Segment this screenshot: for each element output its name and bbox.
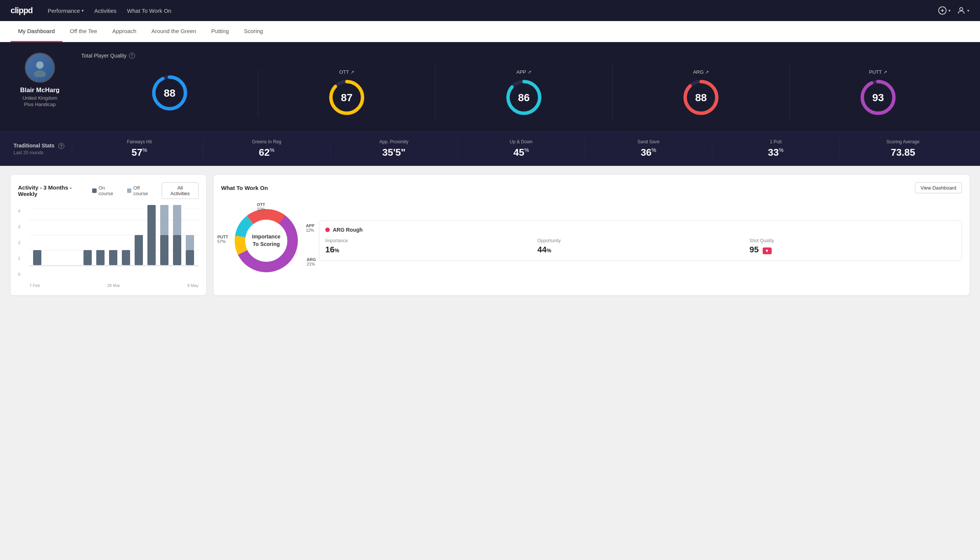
x-label-mar: 28 Mar [107, 283, 120, 288]
all-activities-button[interactable]: All Activities [162, 182, 198, 199]
help-icon[interactable]: ? [58, 143, 64, 149]
metric-opportunity: Opportunity 44% [537, 238, 744, 255]
circle-app: APP ↗ 86 [436, 65, 612, 121]
ott-label: OTT ↗ [339, 69, 354, 75]
bar-10-oncourse [147, 205, 156, 265]
stat-app-proximity: App. Proximity 35'5" [331, 139, 458, 158]
nav-what-to-work-on[interactable]: What To Work On [127, 8, 171, 14]
legend-on-course: On course [92, 185, 121, 196]
y-label-0: 0 [18, 272, 20, 277]
donut-wrap: Importance To Scoring OTT 10% APP 12% AR… [221, 199, 311, 282]
bar-1-oncourse [33, 250, 42, 265]
putt-label: PUTT ↗ [869, 69, 887, 75]
stat-up-down: Up & Down 45% [458, 139, 585, 158]
svg-point-5 [34, 70, 46, 77]
add-button[interactable]: ▾ [938, 6, 951, 15]
metric-importance: Importance 16% [325, 238, 531, 255]
tab-off-the-tee[interactable]: Off the Tee [62, 21, 105, 42]
tabs-bar: My Dashboard Off the Tee Approach Around… [0, 21, 980, 42]
nav-performance[interactable]: Performance ▾ [48, 8, 84, 14]
info-card-title: ARG Rough [325, 227, 955, 233]
help-icon[interactable]: ? [129, 53, 135, 59]
bar-7-oncourse [109, 250, 117, 265]
bar-9-oncourse [135, 235, 143, 265]
chevron-down-icon: ▾ [82, 8, 84, 13]
bar-6-oncourse [96, 250, 105, 265]
donut-label-arg: ARG 21% [307, 257, 316, 266]
ring-svg-putt: 93 [859, 78, 897, 116]
tab-putting[interactable]: Putting [204, 21, 236, 42]
svg-text:86: 86 [518, 92, 529, 103]
chevron-down-icon: ▾ [967, 8, 970, 13]
traditional-stats-label: Traditional Stats ? [13, 143, 64, 149]
nav-activities[interactable]: Activities [95, 8, 116, 14]
ring-svg-app: 86 [505, 78, 542, 116]
donut-label-putt: PUTT 57% [217, 235, 228, 244]
nav-right: ▾ ▾ [938, 6, 970, 15]
bar-11-oncourse [160, 235, 168, 265]
view-dashboard-button[interactable]: View Dashboard [915, 182, 962, 193]
player-name: Blair McHarg [20, 87, 60, 94]
total-quality-label: Total Player Quality ? [81, 53, 967, 59]
arg-label: ARG ↗ [693, 69, 709, 75]
circle-arg: ARG ↗ 88 [612, 65, 790, 121]
arrow-icon: ↗ [883, 70, 887, 75]
stat-greens-in-reg: Greens In Reg 62% [203, 139, 330, 158]
tab-scoring[interactable]: Scoring [236, 21, 271, 42]
legend-off-course: Off course [127, 185, 156, 196]
svg-text:88: 88 [695, 92, 707, 103]
y-label-4: 4 [18, 209, 20, 213]
ring-svg-arg: 88 [682, 78, 720, 116]
info-card: ARG Rough Importance 16% Opportunity 44% [319, 220, 962, 261]
what-to-work-on-card: What To Work On View Dashboard Importanc… [214, 175, 970, 295]
x-label-may: 9 May [187, 283, 198, 288]
ring-svg-ott: 87 [328, 78, 366, 116]
logo: clippd [10, 6, 33, 15]
what-card-header: What To Work On View Dashboard [221, 182, 962, 193]
svg-point-3 [960, 8, 963, 10]
avatar [25, 53, 55, 83]
stat-sand-save: Sand Save 36% [585, 139, 712, 158]
arrow-icon: ↗ [351, 70, 354, 75]
down-badge: ▼ [763, 247, 772, 254]
stat-scoring-average: Scoring Average 73.85 [840, 139, 967, 158]
bar-11-offcourse [160, 205, 168, 235]
circle-putt: PUTT ↗ 93 [790, 65, 967, 121]
bar-5-oncourse [83, 250, 92, 265]
chart-legend: On course Off course [92, 185, 156, 196]
on-course-dot [92, 188, 97, 193]
tab-my-dashboard[interactable]: My Dashboard [10, 21, 62, 42]
donut-svg: Importance To Scoring [229, 203, 304, 278]
what-card-title: What To Work On [221, 185, 268, 191]
arrow-icon: ↗ [705, 70, 709, 75]
donut-section: Importance To Scoring OTT 10% APP 12% AR… [221, 199, 962, 282]
user-menu-button[interactable]: ▾ [957, 6, 970, 15]
y-label-2: 2 [18, 240, 20, 245]
x-label-feb: 7 Feb [29, 283, 40, 288]
chart-svg [29, 205, 198, 280]
activity-card: Activity - 3 Months - Weekly On course O… [10, 175, 206, 295]
metrics-row: Importance 16% Opportunity 44% Shot Qual… [325, 238, 955, 255]
activity-card-title: Activity - 3 Months - Weekly [18, 184, 92, 197]
bottom-section: Activity - 3 Months - Weekly On course O… [0, 166, 980, 304]
red-indicator [325, 228, 330, 232]
svg-text:87: 87 [341, 92, 353, 103]
arrow-icon: ↗ [527, 70, 531, 75]
circle-total: 88 [81, 70, 258, 116]
stat-fairways-hit: Fairways Hit 57% [76, 139, 203, 158]
tab-approach[interactable]: Approach [105, 21, 144, 42]
scores-area: Total Player Quality ? 88 OTT ↗ [81, 53, 967, 121]
tab-around-the-green[interactable]: Around the Green [144, 21, 204, 42]
bar-12-oncourse [173, 235, 181, 265]
svg-text:To Scoring: To Scoring [253, 241, 280, 247]
last-rounds-label: Last 20 rounds [13, 150, 64, 155]
y-label-3: 3 [18, 225, 20, 229]
stats-row: Traditional Stats ? Last 20 rounds Fairw… [0, 131, 980, 166]
app-label: APP ↗ [516, 69, 531, 75]
svg-text:88: 88 [163, 87, 175, 98]
hero-section: Blair McHarg United Kingdom Plus Handica… [0, 42, 980, 131]
metric-shot-quality: Shot Quality 95 ▼ [749, 238, 955, 255]
donut-label-app: APP 12% [306, 223, 314, 232]
ring-svg-total: 88 [151, 74, 188, 112]
player-country: United Kingdom [23, 95, 58, 101]
